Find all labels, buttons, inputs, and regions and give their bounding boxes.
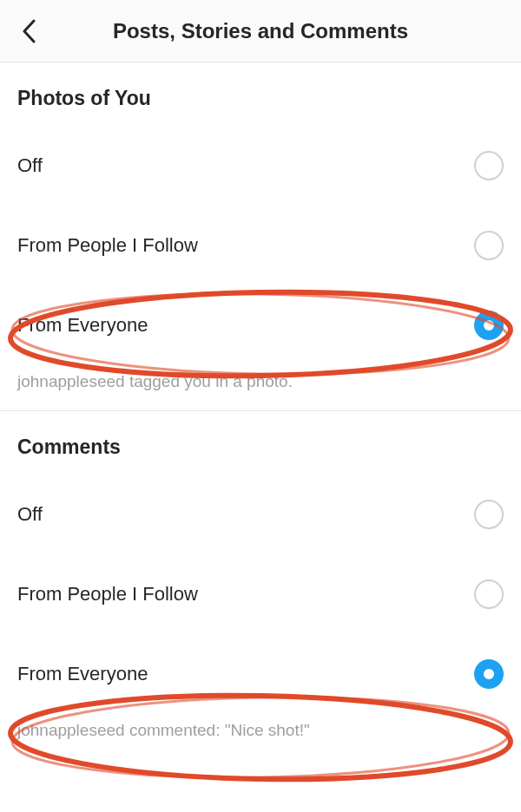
section-title-comments: Comments [17,411,504,475]
chevron-left-icon [22,19,37,43]
radio-unselected-icon [474,151,504,180]
option-label: From Everyone [17,314,148,337]
option-comments-everyone[interactable]: From Everyone [17,634,504,714]
radio-unselected-icon [474,580,504,609]
section-title-photos: Photos of You [17,62,504,126]
option-photos-off[interactable]: Off [17,126,504,206]
page-title: Posts, Stories and Comments [0,19,521,43]
option-comments-off[interactable]: Off [17,475,504,554]
option-label: From People I Follow [17,583,198,606]
option-comments-following[interactable]: From People I Follow [17,554,504,634]
option-label: Off [17,154,43,177]
header: Posts, Stories and Comments [0,0,521,62]
radio-selected-icon [474,311,504,340]
section-hint: johnappleseed tagged you in a photo. [17,365,504,410]
option-label: From People I Follow [17,234,198,257]
radio-unselected-icon [474,500,504,529]
option-photos-following[interactable]: From People I Follow [17,206,504,285]
option-label: From Everyone [17,663,148,685]
radio-unselected-icon [474,231,504,260]
option-photos-everyone[interactable]: From Everyone [17,285,504,365]
section-photos: Photos of You Off From People I Follow F… [0,62,521,410]
section-hint: johnappleseed commented: "Nice shot!" [17,714,504,759]
option-label: Off [17,503,43,526]
radio-selected-icon [474,659,504,689]
section-comments: Comments Off From People I Follow From E… [0,411,521,759]
back-button[interactable] [16,17,43,45]
